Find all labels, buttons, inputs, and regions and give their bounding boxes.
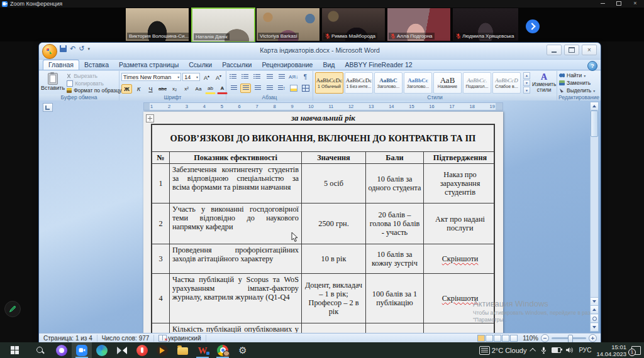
taskbar-item-wps[interactable]: W	[192, 342, 213, 358]
table-cell-val[interactable]: 2 в рік	[302, 323, 366, 333]
zoom-annotate-pencil-button[interactable]	[4, 301, 21, 317]
subscript-button[interactable]: x₂	[169, 84, 180, 94]
table-cell-val[interactable]: Доцент, викладач – 1 в рік; Професор – 2…	[302, 274, 366, 323]
zoom-level[interactable]: 110%	[523, 335, 538, 342]
table-cell-pts[interactable]: 10 балів за одного студента	[366, 164, 424, 203]
tab-insert[interactable]: Вставка	[79, 60, 114, 70]
table-cell-ind[interactable]: Забезпечення контингенту студентів за ві…	[170, 164, 302, 203]
battery-icon[interactable]	[552, 347, 561, 353]
table-cell-num[interactable]: 1	[152, 164, 170, 203]
align-center-button[interactable]	[240, 84, 251, 93]
vertical-scrollbar[interactable]	[590, 102, 599, 332]
language-indicator[interactable]: РУС	[579, 347, 591, 354]
column-header[interactable]: Підтвердження	[424, 152, 496, 163]
zoom-in-button[interactable]	[589, 334, 597, 342]
grow-font-button[interactable]: A▴	[201, 72, 212, 82]
page-indicator[interactable]: Страница: 1 из 4	[39, 335, 97, 342]
font-size-select[interactable]: 14▾	[182, 73, 200, 81]
word-count[interactable]: Число слов: 977	[97, 335, 155, 342]
zoom-out-button[interactable]	[541, 334, 549, 342]
table-cell-proof[interactable]: Скріншоти	[424, 323, 496, 333]
language-indicator[interactable]: украинский	[154, 335, 206, 342]
style-title[interactable]: АаВНазвание	[433, 72, 462, 94]
taskbar-item-edge[interactable]	[92, 342, 112, 358]
outline-view-button[interactable]	[502, 335, 509, 342]
bullets-button[interactable]	[228, 72, 239, 82]
microphone-tray-icon[interactable]	[541, 347, 547, 354]
tab-home[interactable]: Главная	[43, 60, 79, 70]
numbering-button[interactable]	[240, 72, 251, 82]
taskbar-item-settings[interactable]: ⚙	[233, 342, 253, 358]
notification-center-icon[interactable]: 1	[631, 346, 641, 355]
document-heading[interactable]: за навчальний рік	[143, 113, 503, 122]
show-marks-button[interactable]: ¶	[300, 72, 311, 82]
ruler[interactable]: 12345678910111213141516171819	[143, 102, 503, 111]
table-cell-val[interactable]: 5 осіб	[302, 164, 366, 203]
underline-button[interactable]: Ч	[145, 84, 156, 94]
participant-video[interactable]: Алла Подгорна	[387, 8, 450, 41]
participant-video[interactable]: Victoriya Barkasi	[257, 8, 319, 41]
taskbar-item-chrome[interactable]	[213, 342, 233, 358]
print-layout-view-button[interactable]	[477, 335, 485, 342]
table-cell-ind[interactable]: Проведення профорієнтаційних заходів агі…	[170, 244, 302, 273]
taskbar-item-aimp[interactable]	[152, 342, 172, 358]
close-button[interactable]: ×	[582, 45, 597, 55]
table-cell-num[interactable]: 3	[152, 244, 170, 273]
align-left-button[interactable]	[228, 84, 239, 93]
select-browse-object-icon[interactable]	[591, 315, 598, 323]
table-cell-proof[interactable]: Акт про надані послуги	[424, 203, 496, 244]
cut-button[interactable]: Вырезать	[67, 73, 121, 79]
table-cell-ind[interactable]: Участь у виконанні госпдоговірної теми в…	[170, 203, 302, 244]
zoom-slider[interactable]	[552, 337, 586, 339]
highlight-button[interactable]: ab	[205, 84, 216, 94]
taskbar-search-button[interactable]	[29, 342, 52, 358]
tab-stop-selector[interactable]	[43, 103, 53, 112]
column-header[interactable]: Бали	[366, 152, 424, 163]
style-normal[interactable]: AaBbCcDc1 Обычный	[315, 72, 343, 94]
taskbar-item-explorer[interactable]	[172, 342, 192, 358]
taskbar-item-video-editor[interactable]	[112, 342, 132, 358]
participant-video-active-speaker[interactable]: Наталія Данік	[191, 8, 255, 43]
shading-button[interactable]	[288, 84, 299, 93]
change-styles-button[interactable]: A Изменить стили▾	[532, 72, 556, 94]
draft-view-button[interactable]	[510, 335, 518, 342]
minimize-icon[interactable]	[599, 0, 606, 6]
participant-video[interactable]: Людмила Хрящевська	[453, 8, 518, 41]
copy-button[interactable]: Копировать	[67, 80, 121, 87]
previous-page-icon[interactable]	[591, 306, 598, 314]
tab-page-layout[interactable]: Разметка страницы	[114, 60, 184, 70]
table-cell-num[interactable]: 5	[152, 323, 170, 333]
taskbar-item-drweb[interactable]	[132, 342, 152, 358]
maximize-icon[interactable]	[615, 0, 623, 6]
table-cell-proof[interactable]: Наказ про зарахування студентів	[424, 164, 496, 203]
select-button[interactable]: Выделить▾	[559, 87, 599, 94]
maximize-button[interactable]	[564, 45, 579, 55]
speaker-icon[interactable]	[566, 347, 574, 354]
paste-button[interactable]: Вставить	[41, 72, 65, 94]
scroll-up-icon[interactable]	[591, 102, 598, 111]
style-subtle-emphasis[interactable]: AaBbCcDСлабое в...	[492, 72, 521, 94]
participant-video[interactable]: Виктория Волошина-Си...	[126, 8, 189, 41]
scrollbar-thumb[interactable]	[591, 111, 598, 137]
table-cell-ind[interactable]: Кількість публікацій опублікованих у пер…	[170, 323, 302, 333]
italic-button[interactable]: К	[133, 84, 144, 94]
tab-view[interactable]: Вид	[318, 60, 340, 70]
find-button[interactable]: Найти▾	[559, 72, 599, 79]
column-header[interactable]: №	[152, 152, 170, 163]
close-icon[interactable]: ×	[631, 0, 639, 6]
replace-button[interactable]: Заменить	[559, 80, 599, 86]
format-painter-button[interactable]: Формат по образцу	[67, 87, 121, 94]
gallery-down-icon[interactable]: ▼	[523, 80, 530, 87]
gallery-up-icon[interactable]: ▲	[523, 72, 530, 79]
align-right-button[interactable]	[252, 84, 263, 93]
web-layout-view-button[interactable]	[494, 335, 501, 342]
next-participants-button[interactable]	[526, 19, 540, 33]
line-spacing-button[interactable]: ↕	[276, 84, 287, 93]
clock[interactable]: 15:01 14.04.2023	[596, 344, 626, 357]
tab-references[interactable]: Ссылки	[184, 60, 217, 70]
style-heading2[interactable]: AaBbCcЗаголово...	[404, 72, 432, 94]
decrease-indent-button[interactable]	[264, 72, 275, 82]
hidden-icons-chevron[interactable]	[530, 348, 536, 354]
table-cell-num[interactable]: 2	[152, 203, 170, 244]
table-cell-val[interactable]: 2500 грн.	[302, 203, 366, 244]
